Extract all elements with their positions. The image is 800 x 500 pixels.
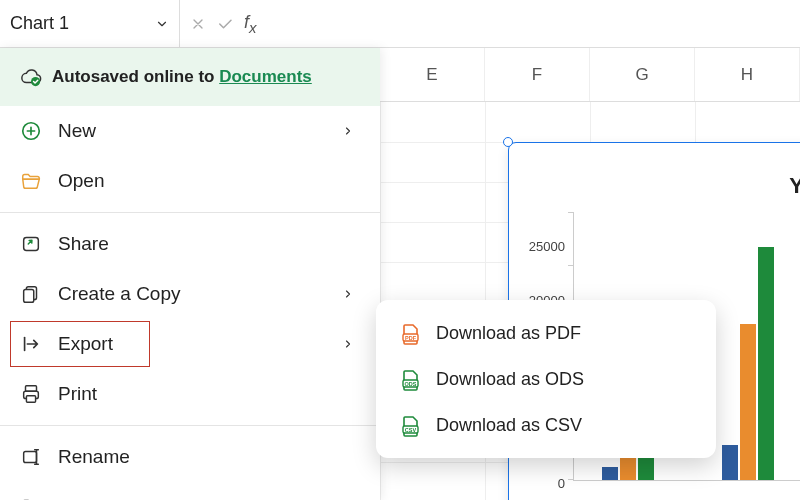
menu-label: New [58,120,326,142]
chevron-right-icon [342,124,354,138]
export-ods[interactable]: ODS Download as ODS [376,356,716,402]
csv-file-icon: CSV [398,414,420,436]
fx-icon[interactable]: fx [244,12,257,36]
column-headers: E F G H [380,48,800,102]
submenu-label: Download as ODS [436,369,584,390]
bar [740,324,756,480]
col-header[interactable]: E [380,48,485,101]
export-icon [20,333,42,355]
menu-label: Move File [58,496,360,500]
svg-text:ODS: ODS [405,381,417,387]
export-csv[interactable]: CSV Download as CSV [376,402,716,448]
chevron-down-icon [155,17,169,31]
chart-title: Ye [789,173,800,199]
pdf-file-icon: PDF [398,322,420,344]
formula-input[interactable] [284,0,800,47]
menu-label: Print [58,383,360,405]
plus-circle-icon [20,120,42,142]
menu-label: Share [58,233,360,255]
svg-rect-5 [26,386,37,392]
share-icon [20,233,42,255]
resize-handle-icon[interactable] [503,137,513,147]
cloud-check-icon [20,66,42,88]
rename-icon [20,446,42,468]
copy-icon [20,283,42,305]
bar [722,445,738,480]
menu-create-copy[interactable]: Create a Copy [0,269,380,319]
menu-print[interactable]: Print [0,369,380,419]
chevron-right-icon [342,287,354,301]
chevron-right-icon [342,337,354,351]
accept-formula-icon[interactable] [216,15,234,33]
menu-open[interactable]: Open [0,156,380,206]
y-tick-label: 25000 [517,239,565,254]
menu-label: Rename [58,446,360,468]
bar [758,247,774,480]
name-box-value: Chart 1 [10,13,69,34]
svg-text:PDF: PDF [405,335,417,341]
export-pdf[interactable]: PDF Download as PDF [376,310,716,356]
svg-text:CSV: CSV [405,427,417,433]
submenu-label: Download as PDF [436,323,581,344]
ods-file-icon: ODS [398,368,420,390]
svg-rect-2 [24,238,39,251]
folder-move-icon [20,496,42,500]
cancel-formula-icon[interactable] [190,16,206,32]
menu-label: Export [58,333,326,355]
menu-move-file[interactable]: Move File [0,482,380,500]
file-menu: Autosaved online to Documents New Open S… [0,48,380,500]
menu-share[interactable]: Share [0,219,380,269]
submenu-label: Download as CSV [436,415,582,436]
menu-export[interactable]: Export [0,319,380,369]
y-tick-label: 0 [517,476,565,491]
autosave-location-link[interactable]: Documents [219,67,312,86]
name-box[interactable]: Chart 1 [0,0,180,47]
svg-rect-8 [24,452,37,463]
menu-new[interactable]: New [0,106,380,156]
col-header[interactable]: H [695,48,800,101]
col-header[interactable]: F [485,48,590,101]
menu-label: Open [58,170,360,192]
bar [602,467,618,480]
svg-rect-4 [24,289,34,302]
svg-rect-7 [26,396,35,402]
autosave-banner: Autosaved online to Documents [0,48,380,106]
col-header[interactable]: G [590,48,695,101]
export-submenu: PDF Download as PDF ODS Download as ODS … [376,300,716,458]
folder-open-icon [20,170,42,192]
menu-rename[interactable]: Rename [0,432,380,482]
menu-label: Create a Copy [58,283,326,305]
printer-icon [20,383,42,405]
